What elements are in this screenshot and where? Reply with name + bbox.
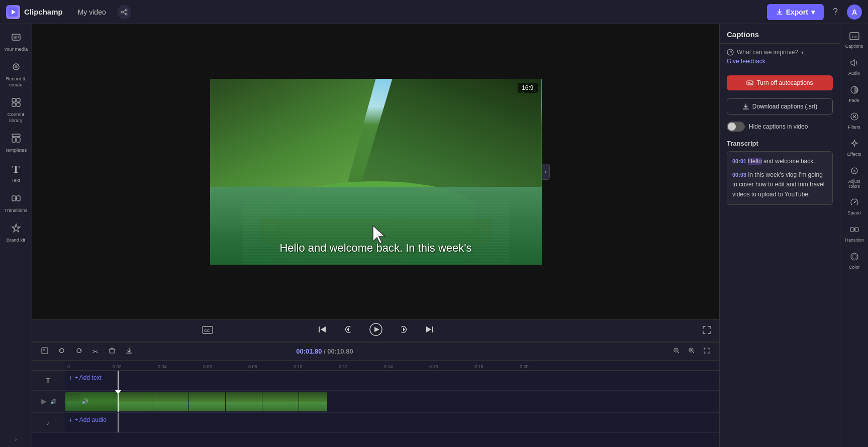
sidebar-item-audio[interactable]: Audio [842, 54, 867, 80]
logo-text: Clipchamp [24, 8, 63, 16]
svg-rect-18 [12, 138, 16, 142]
video-title[interactable]: My video [73, 6, 111, 18]
transcript-entry-2[interactable]: 00:03 In this week's vlog I'm going to c… [732, 170, 827, 199]
sidebar-item-label: Templates [5, 147, 27, 153]
skip-to-end-button[interactable] [421, 322, 439, 339]
sidebar-item-templates[interactable]: Templates [2, 129, 30, 157]
video-clip[interactable]: 🔊 [65, 392, 118, 411]
video-frame: Hello and welcome back. In this week's [210, 79, 542, 265]
sidebar-item-transition[interactable]: Transition [842, 221, 867, 247]
svg-line-37 [678, 352, 679, 354]
transcript-text-1: and welcome back. [763, 158, 815, 165]
svg-rect-31 [43, 349, 45, 351]
text-icon: T [12, 163, 20, 176]
color-label: Color [849, 265, 860, 270]
play-button[interactable] [365, 321, 387, 341]
cc-button[interactable]: CC [202, 326, 213, 336]
sidebar-item-captions[interactable]: CC Captions [842, 28, 867, 53]
save-button[interactable] [123, 345, 136, 358]
sidebar-collapse-btn[interactable]: › [15, 436, 17, 443]
center-area: Hello and welcome back. In this week's 1… [32, 24, 719, 447]
subtitle-bar: Hello and welcome back. In this week's [279, 242, 471, 255]
sidebar-item-adjust-colors[interactable]: Adjust colors [842, 162, 867, 193]
fit-to-window-button[interactable] [700, 345, 713, 358]
captions-panel: Captions ? What can we improve? ▾ Give f… [719, 24, 840, 447]
video-clip[interactable] [118, 392, 152, 411]
sidebar-item-filters[interactable]: Filters [842, 108, 867, 134]
svg-rect-46 [747, 81, 753, 85]
user-avatar[interactable]: A [847, 5, 862, 20]
transitions-icon [11, 193, 21, 206]
timeline-ruler: 0 0:02 0:04 0:06 0:08 0:10 0:12 0:14 0:1… [32, 361, 719, 371]
skip-to-start-button[interactable] [313, 322, 331, 339]
sidebar-item-speed[interactable]: Speed [842, 194, 867, 220]
forward-button[interactable] [395, 322, 413, 339]
sidebar-item-color[interactable]: Color [842, 248, 867, 274]
svg-point-54 [853, 170, 855, 172]
give-feedback-link[interactable]: Give feedback [727, 58, 833, 65]
timeline-tracks: T + + Add text [32, 371, 719, 447]
templates-icon [11, 133, 21, 146]
rewind-button[interactable] [339, 322, 357, 339]
zoom-out-button[interactable] [670, 345, 683, 358]
svg-point-59 [851, 253, 858, 260]
ruler-track: 0 0:02 0:04 0:06 0:08 0:10 0:12 0:14 0:1… [64, 361, 719, 370]
share-icon[interactable] [117, 5, 131, 19]
captions-header: Captions [720, 24, 840, 44]
transcript-highlight-1: Hello [748, 158, 761, 165]
cut-button[interactable]: ✂ [89, 346, 102, 358]
video-clip[interactable] [226, 392, 262, 411]
video-clip[interactable] [189, 392, 225, 411]
sidebar-item-label: Text [12, 177, 20, 183]
expand-panel-right[interactable]: › [542, 164, 550, 180]
far-right-sidebar: CC Captions Audio Fade Filters [840, 24, 868, 447]
add-text-button[interactable]: + + Add text [68, 374, 102, 382]
svg-rect-19 [17, 138, 20, 142]
svg-marker-29 [426, 326, 431, 332]
audio-track-row: ♪ + + Add audio [32, 413, 719, 433]
sidebar-item-label: Brand kit [7, 237, 26, 243]
timeline-area: ✂ 00:01.80 / 00:10.80 [32, 342, 719, 447]
your-media-icon [11, 32, 21, 45]
select-tool-button[interactable] [38, 345, 51, 358]
autocaptions-button[interactable]: Turn off autocaptions [727, 75, 833, 90]
video-clip[interactable] [299, 392, 327, 411]
video-clip[interactable] [152, 392, 188, 411]
video-track-label: 🔊 [32, 391, 64, 412]
download-captions-button[interactable]: Download captions (.srt) [727, 98, 833, 115]
undo-button[interactable] [55, 345, 68, 358]
sidebar-item-transitions[interactable]: Transitions [2, 189, 30, 217]
help-button[interactable]: ? [830, 4, 841, 20]
captions-icon: CC [849, 32, 859, 42]
sidebar-item-label: Content library [4, 111, 28, 123]
hide-captions-toggle[interactable] [727, 122, 745, 132]
sidebar-item-content-library[interactable]: Content library [2, 93, 30, 127]
sidebar-item-your-media[interactable]: Your media [2, 28, 30, 56]
svg-rect-13 [12, 98, 16, 102]
playhead-triangle [115, 390, 121, 394]
svg-line-41 [693, 352, 694, 354]
redo-button[interactable] [72, 345, 85, 358]
filters-label: Filters [848, 125, 860, 130]
app-logo[interactable]: Clipchamp [6, 5, 63, 19]
video-clip[interactable] [262, 392, 299, 411]
fullscreen-button[interactable] [702, 325, 711, 337]
playhead-audio [118, 413, 119, 432]
export-button[interactable]: Export ▾ [767, 4, 824, 20]
left-sidebar: Your media Record & create Content libra… [0, 24, 32, 447]
add-audio-button[interactable]: + + Add audio [68, 416, 107, 424]
sidebar-item-record-create[interactable]: Record & create [2, 58, 30, 91]
sidebar-item-brand-kit[interactable]: Brand kit [2, 219, 30, 247]
audio-track-label: ♪ [32, 413, 64, 432]
transcript-title: Transcript [727, 140, 833, 147]
feedback-row[interactable]: ? What can we improve? ▾ [727, 49, 833, 56]
zoom-in-button[interactable] [685, 345, 698, 358]
sidebar-item-fade[interactable]: Fade [842, 81, 867, 107]
sidebar-item-effects[interactable]: Effects [842, 135, 867, 161]
delete-button[interactable] [106, 345, 119, 358]
timeline-current-time: 00:01.80 / 00:10.80 [296, 348, 353, 355]
transition-label: Transition [844, 238, 864, 243]
sidebar-item-text[interactable]: T Text [2, 159, 30, 187]
transcript-entry-1[interactable]: 00:01 Hello and welcome back. [732, 157, 827, 166]
svg-point-12 [15, 65, 18, 68]
